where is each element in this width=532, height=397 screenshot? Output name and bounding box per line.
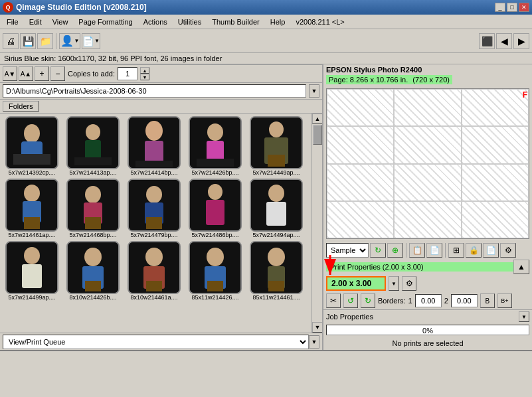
thumb-size-decrease[interactable]: A▼ <box>3 66 17 81</box>
close-button[interactable]: ✕ <box>519 3 529 12</box>
copies-input[interactable]: 1 <box>118 67 137 80</box>
job-props-expand[interactable]: ▼ <box>519 311 529 322</box>
thumbnail-image[interactable] <box>66 179 120 232</box>
scroll-thumb[interactable] <box>313 125 322 145</box>
folders-button[interactable]: Folders <box>3 101 39 112</box>
thumb-size-increase[interactable]: A▲ <box>19 66 33 81</box>
path-dropdown[interactable]: ▼ <box>309 84 319 98</box>
thumbnail-label: 5x7w214499ap.... <box>8 294 55 301</box>
scroll-down[interactable]: ▼ <box>312 322 322 333</box>
maximize-button[interactable]: □ <box>507 3 517 12</box>
menu-edit[interactable]: Edit <box>24 17 47 27</box>
thumbnail-label: 5x7w214413ap.... <box>69 169 116 176</box>
scissors-btn[interactable]: ✂ <box>326 293 341 308</box>
app-icon: Q <box>3 2 13 13</box>
printer-name: EPSON Stylus Photo R2400 <box>326 66 529 74</box>
red-arrow <box>317 252 357 278</box>
rt-grid-btn[interactable]: ⊞ <box>448 243 464 258</box>
toolbar-btn-1[interactable]: 🖨 <box>3 33 19 49</box>
thumbnail-image[interactable] <box>128 179 181 232</box>
border-bplus-btn[interactable]: B+ <box>497 293 512 308</box>
toolbar-right-btn-1[interactable]: ⬛ <box>479 33 495 49</box>
border-input-2[interactable] <box>451 294 478 307</box>
toolbar-skin-btn[interactable]: 👤▼ <box>59 33 80 49</box>
remove-icon[interactable]: − <box>50 66 65 81</box>
rt-doc-btn[interactable]: 📄 <box>483 243 499 258</box>
thumbnail-scrollbar[interactable]: ▲ ▼ <box>311 114 322 333</box>
border-b-btn[interactable]: B <box>480 293 495 308</box>
thumbnail-image[interactable] <box>5 241 58 294</box>
thumbnail-image[interactable] <box>189 179 242 232</box>
rt-plus-btn[interactable]: ⊕ <box>387 243 403 258</box>
list-item: 5x7w214461ap.... <box>3 179 61 238</box>
thumbnail-area: 5x7w214392cp.... 5x7w214413ap.... 5x7w21… <box>0 114 311 333</box>
list-item: 5x7w214486bp.... <box>186 179 244 238</box>
queue-dropdown[interactable]: ▼ <box>309 335 319 349</box>
menu-utilities[interactable]: Utilities <box>173 17 207 27</box>
left-panel: A▼ A▲ + − Copies to add: 1 ▲ ▼ ▼ Folders <box>0 64 323 350</box>
toolbar-right-btn-3[interactable]: ▶ <box>513 33 529 49</box>
page-info: Page: 8.266 x 10.766 in. (720 x 720) <box>326 75 452 84</box>
rt-lock-btn[interactable]: 🔒 <box>466 243 482 258</box>
thumbnail-image[interactable] <box>128 116 181 169</box>
thumbnail-image[interactable] <box>5 179 58 232</box>
toolbar-btn-2[interactable]: 💾 <box>20 33 36 49</box>
scroll-up[interactable]: ▲ <box>312 114 322 124</box>
scroll-track[interactable] <box>312 124 322 322</box>
queue-select[interactable]: View/Print Queue <box>3 335 309 349</box>
add-icon[interactable]: + <box>35 66 49 81</box>
path-input[interactable] <box>3 84 306 98</box>
print-props-expand[interactable]: ▲ <box>513 260 529 274</box>
rotate-ccw-btn[interactable]: ↺ <box>343 293 358 308</box>
svg-rect-56 <box>268 281 284 291</box>
preview-cell <box>327 201 394 238</box>
svg-point-33 <box>208 184 222 200</box>
svg-rect-19 <box>268 155 285 167</box>
menu-file[interactable]: File <box>1 17 24 27</box>
size-dropdown[interactable]: ▼ <box>389 276 399 291</box>
svg-rect-14 <box>207 141 224 161</box>
border-input-1[interactable] <box>415 294 442 307</box>
thumbnail-image[interactable] <box>250 179 303 232</box>
preview-grid <box>327 89 529 238</box>
list-item: 5x7w214392cp.... <box>3 116 61 176</box>
thumbnail-image[interactable] <box>5 116 58 169</box>
rt-settings-btn[interactable]: ⚙ <box>500 243 516 258</box>
menu-actions[interactable]: Actions <box>138 17 173 27</box>
thumbnail-label: 5x7w214461ap.... <box>8 232 55 238</box>
preview-cell <box>327 164 394 201</box>
rt-copy-btn[interactable]: 📋 <box>409 243 425 258</box>
copies-bar: A▼ A▲ + − Copies to add: 1 ▲ ▼ <box>0 64 322 83</box>
toolbar-doc-btn[interactable]: 📄▼ <box>82 33 100 49</box>
thumbnail-image[interactable] <box>66 241 120 294</box>
menu-help[interactable]: Help <box>265 17 291 27</box>
preview-cell <box>462 164 529 201</box>
spin-up[interactable]: ▲ <box>140 67 149 74</box>
toolbar-btn-3[interactable]: 📁 <box>37 33 53 49</box>
spin-down[interactable]: ▼ <box>140 74 149 80</box>
rotate-cw-btn[interactable]: ↻ <box>361 293 375 308</box>
no-prints-message: No prints are selected <box>323 337 532 350</box>
thumbnail-label: 85x11w214461.... <box>252 294 300 301</box>
menu-page-formatting[interactable]: Page Formatting <box>73 17 137 27</box>
rt-paste-btn[interactable]: 📄 <box>426 243 442 258</box>
thumbnail-image[interactable] <box>189 241 242 294</box>
thumbnail-image[interactable] <box>128 241 181 294</box>
size-input[interactable]: 2.00 x 3.00 <box>326 276 386 291</box>
list-item: 5x7w214468bp.... <box>64 179 122 238</box>
rt-refresh-btn[interactable]: ↻ <box>370 243 386 258</box>
svg-point-21 <box>24 185 40 202</box>
thumbnail-label: 5x7w214392cp.... <box>9 169 56 176</box>
thumbnail-image[interactable] <box>250 116 303 169</box>
toolbar-right-btn-2[interactable]: ◀ <box>496 33 512 49</box>
thumbnail-image[interactable] <box>250 241 303 294</box>
thumbnail-image[interactable] <box>66 116 120 169</box>
preview-f-label: F <box>523 90 527 100</box>
menu-thumb-builder[interactable]: Thumb Builder <box>207 17 265 27</box>
svg-point-50 <box>207 248 224 266</box>
size-gear[interactable]: ⚙ <box>402 276 416 291</box>
menu-view[interactable]: View <box>47 17 74 27</box>
minimize-button[interactable]: _ <box>495 3 505 12</box>
window-controls[interactable]: _ □ ✕ <box>495 3 529 12</box>
thumbnail-image[interactable] <box>189 116 242 169</box>
